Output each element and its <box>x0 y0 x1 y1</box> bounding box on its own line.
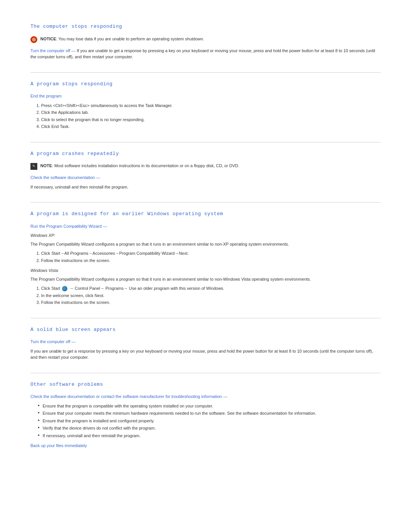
backup-files-link[interactable]: Back up your files immediately <box>30 443 87 448</box>
check-software-doc-link[interactable]: Check the software documentation <box>30 175 100 180</box>
section-program-crashes: A program crashes repeatedly ✎ NOTE: Mos… <box>30 150 381 190</box>
turn-off-link[interactable]: Turn the computer off <box>30 48 76 53</box>
list-item: Verify that the device drivers do not co… <box>38 425 381 431</box>
blue-screen-turn-off-link[interactable]: Turn the computer off <box>30 339 76 344</box>
note-box: ✎ NOTE: Most software includes installat… <box>30 163 381 170</box>
list-item: Click Start→All Programs→Accessories→Pro… <box>41 250 381 257</box>
list-item: Click to select the program that is no l… <box>41 117 381 123</box>
list-item: Follow the instructions on the screen. <box>41 299 381 306</box>
sub-heading-end-program: End the program <box>30 93 381 99</box>
notice-label: NOTICE <box>40 37 56 41</box>
blue-screen-turn-off-paragraph: Turn the computer off <box>30 339 381 345</box>
check-software-doc-paragraph: Check the software documentation <box>30 174 381 181</box>
list-item: Ensure that the program is installed and… <box>38 418 381 424</box>
divider-3 <box>30 202 381 203</box>
section-program-stops-responding: A program stops responding End the progr… <box>30 80 381 130</box>
section-program-earlier-windows: A program is designed for an earlier Win… <box>30 210 381 306</box>
notice-body: You may lose data if you are unable to p… <box>58 37 204 41</box>
list-item: Click End Task. <box>41 123 381 130</box>
note-label: NOTE <box>40 163 52 168</box>
list-item: Follow the instructions on the screen. <box>41 257 381 264</box>
divider-4 <box>30 318 381 318</box>
list-item: Ensure that your computer meets the mini… <box>38 410 381 417</box>
section-title-earlier-windows: A program is designed for an earlier Win… <box>30 210 381 218</box>
section-other-software-problems: Other software problems Check the softwa… <box>30 381 381 449</box>
list-item: Click Start → Control Panel→ Programs→ U… <box>41 285 381 292</box>
check-doc-contact-paragraph: Check the software documentation or cont… <box>30 393 381 400</box>
list-item: In the welcome screen, click Next. <box>41 292 381 299</box>
note-body: Most software includes installation inst… <box>54 163 239 168</box>
section-title-other-software: Other software problems <box>30 381 381 388</box>
divider-5 <box>30 373 381 373</box>
run-wizard-paragraph: Run the Program Compatibility Wizard <box>30 223 381 230</box>
section-title-program-crashes: A program crashes repeatedly <box>30 150 381 158</box>
blue-screen-body: If you are unable to get a response by p… <box>30 348 381 361</box>
section-title-program-stops: A program stops responding <box>30 80 381 88</box>
end-program-steps: Press <Ctrl><Shift><Esc> simultaneously … <box>30 102 381 130</box>
notice-icon: ◎ <box>30 36 37 43</box>
turn-off-body: If you are unable to get a response by p… <box>30 48 375 59</box>
xp-steps: Click Start→All Programs→Accessories→Pro… <box>30 250 381 264</box>
vista-body: The Program Compatibility Wizard configu… <box>30 276 381 283</box>
other-software-bullets: Ensure that the program is compatible wi… <box>30 403 381 439</box>
divider-1 <box>30 72 381 73</box>
note-icon: ✎ <box>30 163 37 170</box>
backup-files-paragraph: Back up your files immediately <box>30 443 381 449</box>
check-doc-contact-link[interactable]: Check the software documentation or cont… <box>30 394 227 399</box>
xp-body: The Program Compatibility Wizard configu… <box>30 241 381 248</box>
xp-label: Windows XP: <box>30 232 381 239</box>
vista-steps: Click Start → Control Panel→ Programs→ U… <box>30 285 381 306</box>
vista-label: Windows Vista: <box>30 267 381 274</box>
note-text: NOTE: Most software includes installatio… <box>40 163 239 169</box>
reinstall-text: If necessary, uninstall and then reinsta… <box>30 184 381 190</box>
divider-2 <box>30 142 381 142</box>
list-item: Ensure that the program is compatible wi… <box>38 403 381 409</box>
notice-text: NOTICE: You may lose data if you are una… <box>40 36 204 42</box>
windows-globe-icon <box>62 286 67 291</box>
turn-off-paragraph: Turn the computer off If you are unable … <box>30 48 381 60</box>
notice-box: ◎ NOTICE: You may lose data if you are u… <box>30 36 381 43</box>
run-wizard-link[interactable]: Run the Program Compatibility Wizard <box>30 224 107 228</box>
section-title-blue-screen: A solid blue screen appears <box>30 326 381 334</box>
section-title-computer-stops: The computer stops responding <box>30 23 381 30</box>
list-item: Press <Ctrl><Shift><Esc> simultaneously … <box>41 102 381 109</box>
list-item: Click the Applications tab. <box>41 109 381 116</box>
section-computer-stops-responding: The computer stops responding ◎ NOTICE: … <box>30 23 381 60</box>
section-solid-blue-screen: A solid blue screen appears Turn the com… <box>30 326 381 361</box>
list-item: If necessary, uninstall and then reinsta… <box>38 433 381 439</box>
